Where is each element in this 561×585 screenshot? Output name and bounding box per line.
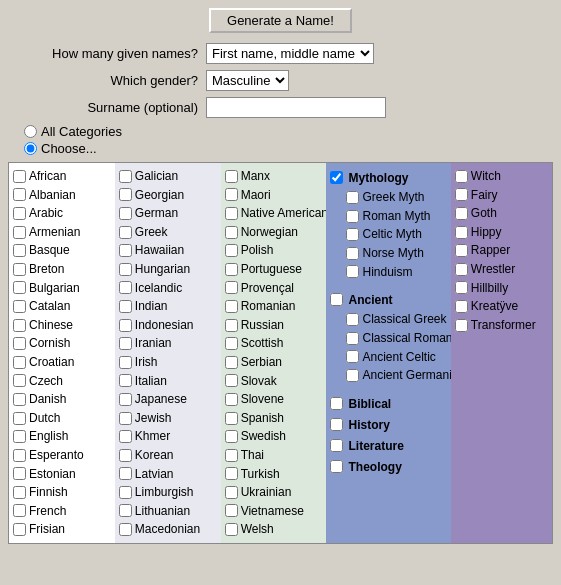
- radio-all[interactable]: [24, 125, 37, 138]
- list-item[interactable]: Cornish: [11, 334, 113, 353]
- radio-choose[interactable]: [24, 142, 37, 155]
- section-header-item[interactable]: Biblical: [328, 393, 448, 414]
- list-item[interactable]: Bulgarian: [11, 279, 113, 298]
- list-item[interactable]: Kreatÿve: [453, 297, 550, 316]
- checkbox-cornish[interactable]: [13, 337, 26, 350]
- checkbox-spanish[interactable]: [225, 412, 238, 425]
- list-item[interactable]: Latvian: [117, 465, 219, 484]
- list-item[interactable]: Japanese: [117, 390, 219, 409]
- list-item[interactable]: Catalan: [11, 297, 113, 316]
- list-item[interactable]: Maori: [223, 186, 325, 205]
- checkbox-catalan[interactable]: [13, 300, 26, 313]
- list-item[interactable]: Icelandic: [117, 279, 219, 298]
- checkbox-hillbilly[interactable]: [455, 281, 468, 294]
- checkbox-ukrainian[interactable]: [225, 486, 238, 499]
- list-item[interactable]: Swedish: [223, 427, 325, 446]
- list-item[interactable]: Hillbilly: [453, 279, 550, 298]
- list-item[interactable]: Dutch: [11, 409, 113, 428]
- list-item[interactable]: Slovene: [223, 390, 325, 409]
- list-item[interactable]: Hinduism: [328, 263, 448, 282]
- list-item[interactable]: Native American: [223, 204, 325, 223]
- list-item[interactable]: Armenian: [11, 223, 113, 242]
- checkbox-norse-myth[interactable]: [346, 247, 359, 260]
- list-item[interactable]: Croatian: [11, 353, 113, 372]
- checkbox-portuguese[interactable]: [225, 263, 238, 276]
- list-item[interactable]: Serbian: [223, 353, 325, 372]
- list-item[interactable]: Jewish: [117, 409, 219, 428]
- checkbox-french[interactable]: [13, 504, 26, 517]
- checkbox-celtic-myth[interactable]: [346, 228, 359, 241]
- checkbox-arabic[interactable]: [13, 207, 26, 220]
- list-item[interactable]: Frisian: [11, 520, 113, 539]
- list-item[interactable]: Scottish: [223, 334, 325, 353]
- checkbox-estonian[interactable]: [13, 467, 26, 480]
- list-item[interactable]: Ukrainian: [223, 483, 325, 502]
- checkbox-goth[interactable]: [455, 207, 468, 220]
- list-item[interactable]: English: [11, 427, 113, 446]
- list-item[interactable]: Norse Myth: [328, 244, 448, 263]
- checkbox-wrestler[interactable]: [455, 263, 468, 276]
- list-item[interactable]: Czech: [11, 372, 113, 391]
- section-header-item[interactable]: History: [328, 414, 448, 435]
- checkbox-japanese[interactable]: [119, 393, 132, 406]
- list-item[interactable]: Classical Greek: [328, 310, 448, 329]
- checkbox-history[interactable]: [330, 418, 343, 431]
- checkbox-vietnamese[interactable]: [225, 504, 238, 517]
- list-item[interactable]: Esperanto: [11, 446, 113, 465]
- list-item[interactable]: Classical Roman: [328, 329, 448, 348]
- checkbox-korean[interactable]: [119, 449, 132, 462]
- list-item[interactable]: Turkish: [223, 465, 325, 484]
- list-item[interactable]: Finnish: [11, 483, 113, 502]
- list-item[interactable]: Goth: [453, 204, 550, 223]
- checkbox-german[interactable]: [119, 207, 132, 220]
- checkbox-finnish[interactable]: [13, 486, 26, 499]
- checkbox-ancient[interactable]: [330, 293, 343, 306]
- list-item[interactable]: Lithuanian: [117, 502, 219, 521]
- list-item[interactable]: Hawaiian: [117, 241, 219, 260]
- checkbox-rapper[interactable]: [455, 244, 468, 257]
- checkbox-turkish[interactable]: [225, 467, 238, 480]
- checkbox-khmer[interactable]: [119, 430, 132, 443]
- checkbox-hippy[interactable]: [455, 226, 468, 239]
- checkbox-jewish[interactable]: [119, 412, 132, 425]
- list-item[interactable]: Spanish: [223, 409, 325, 428]
- generate-button[interactable]: Generate a Name!: [209, 8, 352, 33]
- checkbox-classical-greek[interactable]: [346, 313, 359, 326]
- checkbox-maori[interactable]: [225, 188, 238, 201]
- checkbox-lithuanian[interactable]: [119, 504, 132, 517]
- list-item[interactable]: Arabic: [11, 204, 113, 223]
- checkbox-transformer[interactable]: [455, 319, 468, 332]
- list-item[interactable]: African: [11, 167, 113, 186]
- checkbox-provençal[interactable]: [225, 281, 238, 294]
- list-item[interactable]: Thai: [223, 446, 325, 465]
- checkbox-serbian[interactable]: [225, 356, 238, 369]
- checkbox-esperanto[interactable]: [13, 449, 26, 462]
- checkbox-latvian[interactable]: [119, 467, 132, 480]
- list-item[interactable]: Khmer: [117, 427, 219, 446]
- section-header-item[interactable]: Literature: [328, 435, 448, 456]
- list-item[interactable]: German: [117, 204, 219, 223]
- list-item[interactable]: Norwegian: [223, 223, 325, 242]
- list-item[interactable]: Chinese: [11, 316, 113, 335]
- checkbox-chinese[interactable]: [13, 319, 26, 332]
- checkbox-armenian[interactable]: [13, 226, 26, 239]
- list-item[interactable]: Hippy: [453, 223, 550, 242]
- checkbox-norwegian[interactable]: [225, 226, 238, 239]
- list-item[interactable]: Celtic Myth: [328, 225, 448, 244]
- list-item[interactable]: Italian: [117, 372, 219, 391]
- list-item[interactable]: Indian: [117, 297, 219, 316]
- checkbox-roman-myth[interactable]: [346, 210, 359, 223]
- list-item[interactable]: Welsh: [223, 520, 325, 539]
- checkbox-ancient-germanic[interactable]: [346, 369, 359, 382]
- list-item[interactable]: Breton: [11, 260, 113, 279]
- checkbox-greek[interactable]: [119, 226, 132, 239]
- checkbox-frisian[interactable]: [13, 523, 26, 536]
- radio-all-label[interactable]: All Categories: [24, 124, 553, 139]
- checkbox-biblical[interactable]: [330, 397, 343, 410]
- checkbox-welsh[interactable]: [225, 523, 238, 536]
- checkbox-galician[interactable]: [119, 170, 132, 183]
- checkbox-basque[interactable]: [13, 244, 26, 257]
- section-header-item[interactable]: Theology: [328, 456, 448, 477]
- list-item[interactable]: Polish: [223, 241, 325, 260]
- checkbox-limburgish[interactable]: [119, 486, 132, 499]
